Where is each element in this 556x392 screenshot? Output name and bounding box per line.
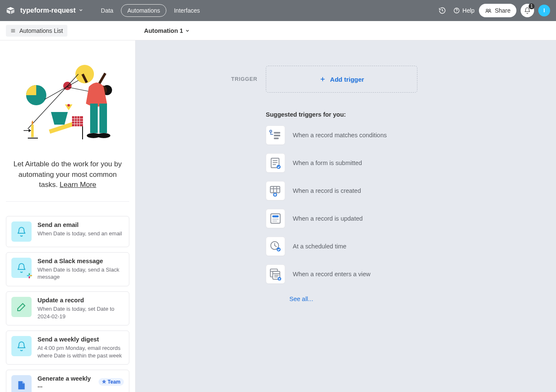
template-desc: When Date is today, set Date to 2024-02-… xyxy=(37,305,124,320)
topbar-right: Help Share 1 I xyxy=(436,4,550,17)
template-title: Generate a weekly ... xyxy=(37,375,95,389)
template-card[interactable]: Update a recordWhen Date is today, set D… xyxy=(6,291,129,325)
sidebar-illustration xyxy=(6,57,129,150)
svg-point-63 xyxy=(277,248,281,251)
template-title: Update a record xyxy=(37,297,84,304)
gdoc-icon xyxy=(11,375,32,392)
add-trigger-label: Add trigger xyxy=(330,76,364,83)
automation-title-dropdown[interactable]: Automation 1 xyxy=(144,27,190,34)
notifications-button[interactable]: 1 xyxy=(521,4,534,17)
pencil-icon xyxy=(11,297,32,317)
template-body: Send a weekly digestAt 4:00 pm Monday, e… xyxy=(37,336,124,359)
suggested-trigger-item[interactable]: When a record matches conditions xyxy=(266,125,497,145)
base-name-text: typeform-request xyxy=(20,7,76,14)
template-card[interactable]: Send a weekly digestAt 4:00 pm Monday, e… xyxy=(6,331,129,365)
svg-rect-35 xyxy=(30,275,32,276)
template-body: Send a Slack messageWhen Date is today, … xyxy=(37,258,124,281)
template-list: Send an emailWhen Date is today, send an… xyxy=(6,216,129,392)
share-button[interactable]: Share xyxy=(479,4,516,17)
svg-marker-0 xyxy=(7,7,14,10)
template-title: Send an email xyxy=(37,221,79,228)
template-body: Update a recordWhen Date is today, set D… xyxy=(37,297,124,320)
suggested-trigger-label: When a record enters a view xyxy=(293,271,371,277)
svg-point-33 xyxy=(67,104,70,107)
suggested-trigger-item[interactable]: At a scheduled time xyxy=(266,237,497,256)
svg-rect-60 xyxy=(273,219,279,220)
suggested-triggers-title: Suggested triggers for you: xyxy=(266,111,497,118)
svg-marker-39 xyxy=(22,381,24,383)
topbar: typeform-request Data Automations Interf… xyxy=(0,0,556,21)
chevron-down-icon xyxy=(78,7,83,14)
share-label: Share xyxy=(495,7,511,14)
top-nav: Data Automations Interfaces xyxy=(96,4,205,17)
suggested-trigger-label: When a record is updated xyxy=(293,215,363,222)
template-card[interactable]: Send an emailWhen Date is today, send an… xyxy=(6,216,129,247)
svg-rect-51 xyxy=(270,187,280,193)
trigger-type-icon xyxy=(266,264,285,284)
suggested-trigger-label: At a scheduled time xyxy=(293,243,346,250)
template-card[interactable]: Generate a weekly ...Team xyxy=(6,370,129,392)
svg-rect-18 xyxy=(90,104,98,133)
add-trigger-button[interactable]: Add trigger xyxy=(266,66,417,93)
automations-list-toggle[interactable]: Automations List xyxy=(6,25,67,37)
suggested-trigger-item[interactable]: When a record enters a view xyxy=(266,264,497,284)
svg-rect-45 xyxy=(274,138,278,139)
base-name-dropdown[interactable]: typeform-request xyxy=(20,7,83,14)
nav-interfaces[interactable]: Interfaces xyxy=(169,5,205,16)
trigger-type-icon xyxy=(266,125,285,145)
automation-title-text: Automation 1 xyxy=(144,27,183,34)
suggested-trigger-item[interactable]: When a record is updated xyxy=(266,209,497,228)
template-card[interactable]: Send a Slack messageWhen Date is today, … xyxy=(6,252,129,286)
sidebar[interactable]: Let Airtable do the work for you by auto… xyxy=(0,40,136,392)
svg-line-15 xyxy=(45,80,78,99)
template-title: Send a Slack message xyxy=(37,258,103,264)
template-body: Generate a weekly ...Team xyxy=(37,375,124,389)
svg-point-4 xyxy=(456,12,457,12)
avatar-initial: I xyxy=(543,8,545,13)
template-title: Send a weekly digest xyxy=(37,336,99,343)
svg-rect-44 xyxy=(274,135,280,136)
nav-data[interactable]: Data xyxy=(96,5,119,16)
svg-point-42 xyxy=(270,130,272,132)
svg-marker-38 xyxy=(18,381,24,389)
svg-rect-59 xyxy=(273,216,279,218)
canvas[interactable]: TRIGGER Add trigger Suggested triggers f… xyxy=(136,40,556,392)
suggested-trigger-item[interactable]: When a record is created xyxy=(266,181,497,200)
history-icon[interactable] xyxy=(436,4,449,17)
sidebar-intro-text: Let Airtable do the work for you by auto… xyxy=(6,159,129,190)
svg-rect-34 xyxy=(27,275,29,276)
team-badge: Team xyxy=(99,378,124,386)
user-avatar[interactable]: I xyxy=(538,5,550,16)
nav-automations[interactable]: Automations xyxy=(121,4,166,17)
trigger-type-icon xyxy=(266,237,285,256)
template-desc: At 4:00 pm Monday, email records where D… xyxy=(37,344,124,359)
learn-more-link[interactable]: Learn More xyxy=(60,181,96,189)
svg-rect-31 xyxy=(31,125,34,137)
svg-rect-43 xyxy=(274,132,280,134)
svg-rect-36 xyxy=(29,273,30,275)
svg-rect-19 xyxy=(99,104,107,133)
svg-point-5 xyxy=(486,9,488,11)
trigger-type-icon xyxy=(266,181,285,200)
suggested-trigger-label: When a record matches conditions xyxy=(293,132,387,139)
chevron-down-icon xyxy=(185,28,190,33)
main-area: Let Airtable do the work for you by auto… xyxy=(0,40,556,392)
bell-icon xyxy=(11,221,32,242)
subheader: Automations List Automation 1 xyxy=(0,21,556,40)
trigger-type-icon xyxy=(266,209,285,228)
menu-icon xyxy=(10,28,16,34)
help-button[interactable]: Help xyxy=(453,7,475,14)
notification-badge: 1 xyxy=(529,3,535,9)
svg-rect-37 xyxy=(29,276,30,278)
suggested-trigger-label: When a form is submitted xyxy=(293,160,362,166)
svg-point-50 xyxy=(277,165,281,169)
app-logo-icon xyxy=(6,6,15,15)
svg-rect-61 xyxy=(273,221,277,222)
see-all-link[interactable]: See all... xyxy=(289,296,497,302)
help-label: Help xyxy=(462,7,475,14)
suggested-trigger-label: When a record is created xyxy=(293,187,361,194)
suggested-triggers-list: When a record matches conditionsWhen a f… xyxy=(266,125,497,284)
subheader-main: Automation 1 xyxy=(136,27,556,34)
suggested-trigger-item[interactable]: When a form is submitted xyxy=(266,153,497,173)
plus-icon xyxy=(319,76,326,83)
